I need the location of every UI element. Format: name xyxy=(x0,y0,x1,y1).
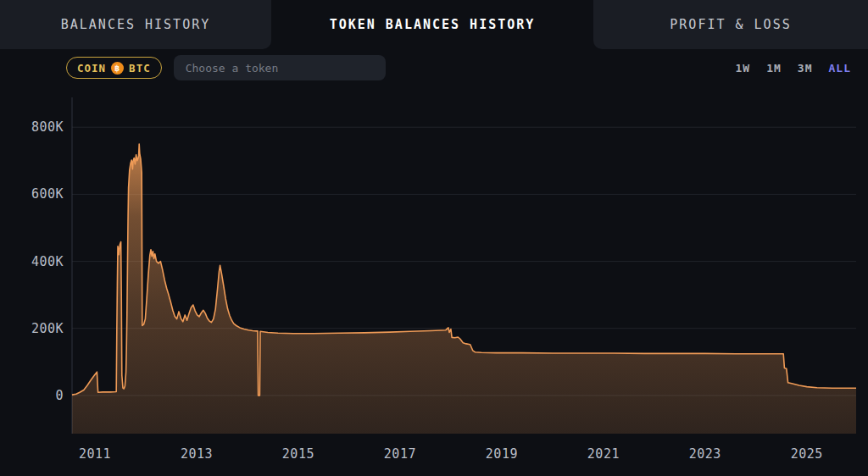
x-axis-tick-label: 2013 xyxy=(181,446,213,462)
balance-area-fill xyxy=(72,144,856,434)
btc-coin-icon: ฿ xyxy=(111,62,124,75)
x-axis-tick-label: 2019 xyxy=(486,446,518,462)
range-1m-button[interactable]: 1M xyxy=(766,62,782,75)
y-axis-tick-label: 600K xyxy=(31,186,64,202)
x-axis-tick-label: 2015 xyxy=(282,446,314,462)
choose-token-input[interactable] xyxy=(174,55,386,80)
tab-bar: BALANCES HISTORY TOKEN BALANCES HISTORY … xyxy=(0,0,868,49)
range-3m-button[interactable]: 3M xyxy=(798,62,813,75)
x-axis-tick-label: 2023 xyxy=(689,446,721,462)
time-range-selector: 1W 1M 3M ALL xyxy=(736,62,854,75)
y-axis-tick-label: 800K xyxy=(31,119,64,135)
coin-badge-symbol-label: BTC xyxy=(129,62,151,75)
tab-profit-and-loss[interactable]: PROFIT & LOSS xyxy=(593,0,868,49)
range-all-button[interactable]: ALL xyxy=(829,62,851,75)
token-balance-area-chart[interactable]: 0200K400K600K800K20112013201520172019202… xyxy=(0,86,868,476)
x-axis-tick-label: 2025 xyxy=(791,446,823,462)
chart-controls-row: COIN ฿ BTC 1W 1M 3M ALL xyxy=(0,49,868,86)
range-1w-button[interactable]: 1W xyxy=(736,62,751,75)
y-axis-tick-label: 0 xyxy=(55,388,64,403)
tab-balances-history[interactable]: BALANCES HISTORY xyxy=(0,0,271,49)
tab-token-balances-history[interactable]: TOKEN BALANCES HISTORY xyxy=(271,0,593,49)
x-axis-tick-label: 2011 xyxy=(79,446,111,462)
x-axis-tick-label: 2021 xyxy=(587,446,620,462)
coin-badge-prefix-label: COIN xyxy=(77,62,106,75)
y-axis-tick-label: 400K xyxy=(31,254,64,269)
x-axis-tick-label: 2017 xyxy=(384,446,416,462)
y-axis-tick-label: 200K xyxy=(31,321,64,336)
coin-filter-badge[interactable]: COIN ฿ BTC xyxy=(66,57,162,79)
